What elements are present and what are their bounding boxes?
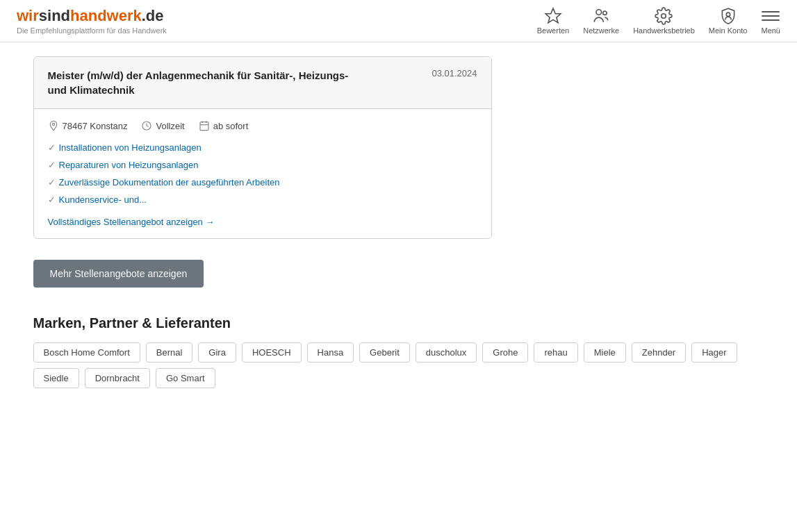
- full-offer-link[interactable]: Vollständiges Stellenangebot anzeigen →: [48, 217, 215, 227]
- job-location-text: 78467 Konstanz: [63, 121, 128, 131]
- nav-mein-konto-label: Mein Konto: [709, 26, 748, 35]
- nav-netzwerke[interactable]: Netzwerke: [583, 7, 619, 35]
- nav-handwerksbetrieb-label: Handwerksbetrieb: [633, 26, 695, 35]
- job-start-date-text: ab sofort: [213, 121, 249, 131]
- brands-tags: Bosch Home ComfortBernalGiraHOESCHHansaG…: [33, 342, 764, 388]
- list-item[interactable]: Reparaturen von Heizungsanlagen: [48, 160, 477, 170]
- menu-icon: [762, 7, 780, 25]
- list-item[interactable]: Installationen von Heizungsanlagen: [48, 142, 477, 153]
- brand-tag[interactable]: duscholux: [416, 342, 477, 363]
- brand-tag[interactable]: Hansa: [307, 342, 354, 363]
- svg-point-2: [603, 11, 607, 15]
- star-icon: [544, 7, 562, 25]
- job-start-date: ab sofort: [199, 120, 249, 131]
- more-jobs-button[interactable]: Mehr Stellenangebote anzeigen: [33, 260, 204, 288]
- nav-mein-konto[interactable]: Mein Konto: [709, 7, 748, 35]
- brand-tag[interactable]: Dornbracht: [85, 368, 150, 388]
- shield-person-icon: [719, 7, 737, 25]
- nav-menu[interactable]: Menü: [761, 7, 780, 35]
- brand-tag[interactable]: Gira: [198, 342, 236, 363]
- svg-rect-7: [200, 122, 208, 131]
- brands-section: Marken, Partner & Lieferanten Bosch Home…: [33, 315, 764, 388]
- job-location: 78467 Konstanz: [48, 120, 128, 131]
- site-header: wirsindhandwerk.de Die Empfehlungsplattf…: [0, 0, 797, 42]
- job-card-body: 78467 Konstanz Vollzeit: [34, 109, 491, 238]
- brand-tag[interactable]: Grohe: [482, 342, 528, 363]
- list-item[interactable]: Kundenservice- und...: [48, 194, 477, 205]
- logo[interactable]: wirsindhandwerk.de Die Empfehlungsplattf…: [17, 7, 167, 35]
- main-nav: Bewerten Netzwerke Handwerksbetrieb: [537, 7, 780, 35]
- logo-text: wirsindhandwerk.de: [17, 7, 167, 25]
- people-icon: [592, 7, 610, 25]
- brand-tag[interactable]: HOESCH: [242, 342, 302, 363]
- brands-title: Marken, Partner & Lieferanten: [33, 315, 764, 331]
- brand-tag[interactable]: Siedle: [33, 368, 79, 388]
- brand-tag[interactable]: rehau: [534, 342, 577, 363]
- nav-bewerten-label: Bewerten: [537, 26, 569, 35]
- logo-subtitle: Die Empfehlungsplattform für das Handwer…: [17, 26, 167, 35]
- clock-icon: [141, 120, 152, 131]
- location-icon: [48, 120, 59, 131]
- job-meta: 78467 Konstanz Vollzeit: [48, 120, 477, 131]
- brand-tag[interactable]: Miele: [584, 342, 626, 363]
- job-date: 03.01.2024: [432, 68, 477, 78]
- brand-tag[interactable]: Go Smart: [156, 368, 215, 388]
- job-card-header: Meister (m/w/d) der Anlagenmechanik für …: [34, 57, 491, 109]
- nav-netzwerke-label: Netzwerke: [583, 26, 619, 35]
- gear-icon: [655, 7, 673, 25]
- svg-point-1: [596, 10, 602, 15]
- job-title: Meister (m/w/d) der Anlagenmechanik für …: [48, 68, 368, 97]
- nav-bewerten[interactable]: Bewerten: [537, 7, 569, 35]
- calendar-icon: [199, 120, 210, 131]
- brand-tag[interactable]: Hager: [691, 342, 737, 363]
- nav-menu-label: Menü: [761, 26, 780, 35]
- job-card: Meister (m/w/d) der Anlagenmechanik für …: [33, 56, 492, 239]
- job-employment-text: Vollzeit: [156, 121, 184, 131]
- brand-tag[interactable]: Bosch Home Comfort: [33, 342, 140, 363]
- job-tasks-list: Installationen von Heizungsanlagen Repar…: [48, 142, 477, 205]
- brand-tag[interactable]: Bernal: [146, 342, 193, 363]
- svg-point-5: [52, 123, 54, 125]
- svg-point-3: [662, 14, 666, 19]
- nav-handwerksbetrieb[interactable]: Handwerksbetrieb: [633, 7, 695, 35]
- brand-tag[interactable]: Geberit: [359, 342, 410, 363]
- svg-point-4: [726, 13, 730, 16]
- job-employment-type: Vollzeit: [141, 120, 184, 131]
- list-item[interactable]: Zuverlässige Dokumentation der ausgeführ…: [48, 177, 477, 188]
- brand-tag[interactable]: Zehnder: [632, 342, 686, 363]
- main-content: Meister (m/w/d) der Anlagenmechanik für …: [17, 42, 781, 402]
- svg-marker-0: [545, 8, 561, 23]
